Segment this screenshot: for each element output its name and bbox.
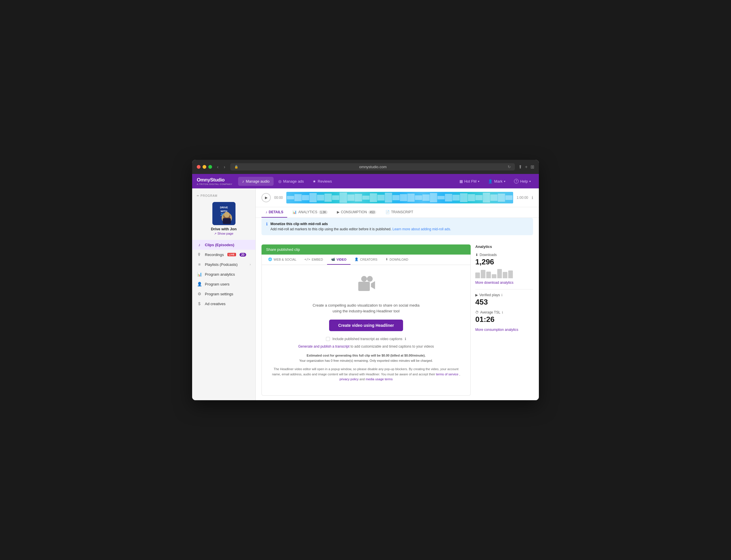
waveform[interactable] bbox=[286, 192, 513, 203]
share-panel: Share published clip 🌐 WEB & SOCIAL </> bbox=[261, 244, 471, 396]
sidebar-item-program-users[interactable]: 👤 Program users bbox=[192, 279, 255, 289]
verified-plays-info-icon[interactable]: ℹ bbox=[501, 293, 502, 297]
lock-icon: 🔒 bbox=[234, 165, 238, 169]
share-tab-download[interactable]: ⬇ DOWNLOAD bbox=[381, 255, 412, 265]
caption-info-icon[interactable]: ℹ bbox=[405, 337, 406, 341]
tab-consumption[interactable]: ▶ CONSUMPTION 453 bbox=[333, 207, 380, 218]
close-button[interactable] bbox=[197, 165, 201, 169]
logo-text: OmnyStudio bbox=[197, 177, 232, 183]
show-page-link[interactable]: ↗ Show page bbox=[214, 232, 233, 235]
back-button[interactable]: ‹ bbox=[216, 164, 220, 170]
share-icon[interactable]: ⬆ bbox=[518, 164, 522, 170]
share-tabs: 🌐 WEB & SOCIAL </> EMBED 📹 VIDEO bbox=[262, 255, 470, 265]
transcript-icon: 📄 bbox=[385, 210, 390, 214]
play-icon: ▶ bbox=[337, 210, 339, 214]
downloads-metric: ⬇ Downloads 1,296 bbox=[475, 253, 533, 285]
nav-station[interactable]: ▦ Hot FM ▾ bbox=[456, 177, 483, 185]
camera-icon bbox=[356, 274, 376, 298]
reload-icon[interactable]: ↻ bbox=[508, 165, 511, 169]
browser-controls: ‹ › bbox=[216, 164, 227, 170]
tab-transcript[interactable]: 📄 TRANSCRIPT bbox=[381, 207, 418, 218]
nav-manage-ads[interactable]: ◎ Manage ads bbox=[274, 177, 308, 186]
gear-icon: ⚙ bbox=[197, 292, 202, 296]
edit-icon: ✏ bbox=[197, 194, 199, 197]
count-badge: 20 bbox=[240, 253, 246, 257]
nav-right: ▦ Hot FM ▾ 👤 Mark ▾ ? Help ▾ bbox=[456, 177, 534, 185]
sidebar-item-recordings[interactable]: 🎙 Recordings LIVE 20 bbox=[192, 250, 255, 259]
sidebar-item-program-settings[interactable]: ⚙ Program settings bbox=[192, 289, 255, 299]
share-tab-video[interactable]: 📹 VIDEO bbox=[327, 255, 350, 265]
media-usage-link[interactable]: media usage terms bbox=[365, 377, 393, 381]
app-container: OmnyStudio A TRITON DIGITAL COMPANY ♪ Ma… bbox=[192, 174, 539, 400]
play-button[interactable]: ▶ bbox=[261, 193, 271, 202]
new-tab-icon[interactable]: + bbox=[525, 164, 528, 170]
svg-point-9 bbox=[367, 276, 373, 282]
sidebar-program-label: ✏ PROGRAM bbox=[192, 193, 255, 200]
audio-player: ▶ 00:00 bbox=[256, 188, 539, 207]
music-icon: ♪ bbox=[242, 179, 244, 183]
cost-info: Estimated cost for generating this full … bbox=[268, 353, 465, 363]
nav-reviews[interactable]: ★ Reviews bbox=[309, 177, 336, 186]
downloads-label: ⬇ Downloads bbox=[475, 253, 533, 257]
legal-text: The Headliner video editor will open in … bbox=[268, 367, 465, 382]
logo-area: OmnyStudio A TRITON DIGITAL COMPANY bbox=[197, 177, 232, 186]
privacy-link[interactable]: privacy policy bbox=[339, 377, 359, 381]
svg-rect-7 bbox=[223, 218, 231, 224]
chevron-down-icon: ▾ bbox=[529, 180, 531, 183]
sidebar-item-clips[interactable]: ♪ Clips (Episodes) bbox=[192, 240, 255, 250]
user-icon: 👤 bbox=[488, 179, 493, 183]
list-icon: ≡ bbox=[197, 262, 202, 267]
tabs-icon[interactable]: ⊞ bbox=[530, 164, 534, 170]
comma: , bbox=[459, 372, 460, 376]
downloads-chart bbox=[475, 268, 533, 278]
sidebar-item-ad-creatives[interactable]: $ Ad creatives bbox=[192, 299, 255, 309]
analytics-badge: 1.3K bbox=[319, 210, 328, 214]
microphone-icon: 🎙 bbox=[197, 252, 202, 257]
sidebar-item-playlists[interactable]: ≡ Playlists (Podcasts) › bbox=[192, 259, 255, 269]
chevron-down-icon: ▾ bbox=[504, 180, 505, 183]
svg-point-6 bbox=[224, 212, 230, 218]
browser-chrome: ‹ › 🔒 omnystudio.com ↻ ⬆ + ⊞ bbox=[192, 160, 539, 174]
clock-icon: ⏱ bbox=[475, 310, 479, 314]
live-badge: LIVE bbox=[227, 253, 236, 256]
share-tab-creators[interactable]: 👤 CREATORS bbox=[350, 255, 381, 265]
sidebar-item-program-analytics[interactable]: 📊 Program analytics bbox=[192, 269, 255, 279]
nav-items: ♪ Manage audio ◎ Manage ads ★ Reviews bbox=[238, 177, 456, 186]
info-circle-icon: ℹ bbox=[266, 222, 268, 226]
podcast-thumb: DRIVE WITH JON Drive with Jon ↗ Show pag… bbox=[192, 200, 255, 239]
tab-analytics[interactable]: 📊 ANALYTICS 1.3K bbox=[288, 207, 331, 218]
downloads-value: 1,296 bbox=[475, 258, 533, 266]
average-tsl-label: ⏱ Average TSL ℹ bbox=[475, 310, 533, 314]
share-tab-web-social[interactable]: 🌐 WEB & SOCIAL bbox=[264, 255, 300, 265]
caption-checkbox[interactable] bbox=[326, 337, 330, 341]
nav-manage-audio[interactable]: ♪ Manage audio bbox=[238, 177, 274, 186]
bar-chart-icon: 📊 bbox=[197, 272, 202, 277]
details-icon: ♪ bbox=[266, 210, 267, 214]
sidebar-menu: ♪ Clips (Episodes) 🎙 Recordings LIVE 20 … bbox=[192, 240, 255, 309]
nav-help[interactable]: ? Help ▾ bbox=[511, 177, 534, 185]
tsl-info-icon[interactable]: ℹ bbox=[502, 311, 503, 314]
share-tab-embed[interactable]: </> EMBED bbox=[300, 255, 327, 265]
downloads-analytics-link[interactable]: More download analytics bbox=[475, 281, 533, 285]
terms-link[interactable]: terms of service bbox=[436, 372, 459, 376]
address-bar[interactable]: 🔒 omnystudio.com ↻ bbox=[230, 163, 515, 170]
info-link[interactable]: Learn more about adding mid-roll ads. bbox=[392, 227, 451, 231]
tab-details[interactable]: ♪ DETAILS bbox=[261, 207, 287, 218]
average-tsl-metric: ⏱ Average TSL ℹ 01:26 bbox=[475, 310, 533, 323]
generate-transcript-link[interactable]: Generate and publish a transcript bbox=[298, 344, 349, 348]
external-link-icon: ↗ bbox=[214, 232, 216, 235]
bar-1 bbox=[475, 272, 480, 278]
maximize-button[interactable] bbox=[208, 165, 212, 169]
info-icon[interactable]: ℹ bbox=[532, 195, 533, 200]
svg-text:DRIVE: DRIVE bbox=[220, 206, 228, 209]
video-description: Create a compelling audio visualization … bbox=[268, 303, 465, 314]
create-video-button[interactable]: Create video using Headliner bbox=[329, 320, 403, 331]
info-content: Monetize this clip with mid-roll ads Add… bbox=[270, 221, 451, 232]
minimize-button[interactable] bbox=[203, 165, 206, 169]
verified-plays-value: 453 bbox=[475, 298, 533, 306]
nav-user[interactable]: 👤 Mark ▾ bbox=[485, 177, 509, 185]
forward-button[interactable]: › bbox=[222, 164, 227, 170]
time-end: 1:00:00 bbox=[517, 196, 528, 200]
consumption-analytics-link[interactable]: More consumption analytics bbox=[475, 328, 533, 332]
share-panel-header: Share published clip bbox=[261, 244, 471, 255]
